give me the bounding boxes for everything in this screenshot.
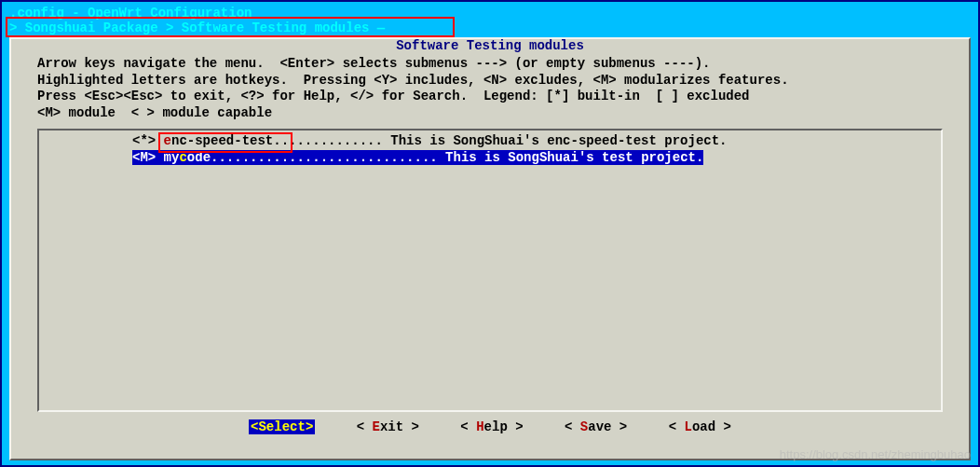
menu-item-mycode[interactable]: <M> mycode............................. … [39, 149, 941, 166]
select-button[interactable]: <Select> [249, 419, 315, 434]
save-button[interactable]: < Save > [565, 419, 627, 434]
help-button[interactable]: < Help > [460, 419, 523, 434]
panel-title: Software Testing modules [11, 38, 969, 53]
menu-item-enc-speed-test[interactable]: <*> enc-speed-test.............. This is… [39, 132, 941, 149]
exit-button[interactable]: < Exit > [357, 419, 419, 434]
menu-list[interactable]: <*> enc-speed-test.............. This is… [37, 129, 943, 412]
load-button[interactable]: < Load > [669, 419, 731, 434]
instructions: Arrow keys navigate the menu. <Enter> se… [11, 54, 969, 123]
window-title: .config - OpenWrt Configuration [6, 6, 974, 21]
watermark: https://blog.csdn.net/zhemingbuhao [780, 447, 971, 461]
main-panel: Software Testing modules Arrow keys navi… [9, 37, 971, 460]
breadcrumb: > Songshuai Package > Software Testing m… [6, 21, 974, 35]
button-bar: <Select> < Exit > < Help > < Save > < Lo… [11, 419, 969, 434]
